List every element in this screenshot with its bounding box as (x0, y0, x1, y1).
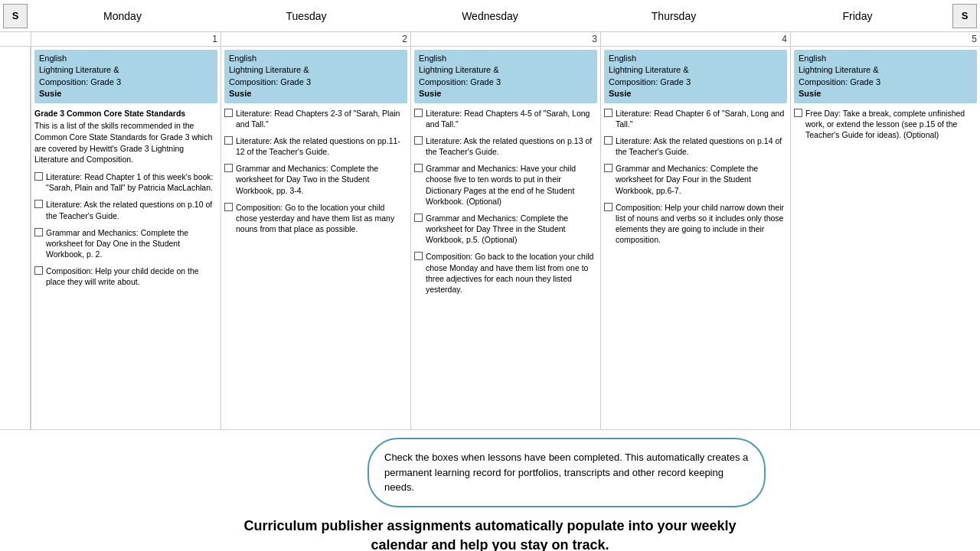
task-checkbox-thu-3[interactable] (604, 164, 612, 172)
task-checkbox-mon-1[interactable] (34, 172, 43, 181)
list-item: Literature: Read Chapter 1 of this week'… (34, 171, 217, 193)
list-item: Composition: Help your child narrow down… (604, 202, 787, 246)
corner-right-button[interactable]: S (952, 4, 977, 28)
wednesday-column: English Lightning Literature & Compositi… (410, 47, 600, 429)
task-checkbox-thu-1[interactable] (604, 109, 612, 117)
tooltip-text: Check the boxes when lessons have been c… (384, 452, 748, 493)
friday-task-list: Free Day: Take a break, complete unfinis… (794, 108, 977, 141)
bottom-tagline: Curriculum publisher assignments automat… (0, 507, 980, 552)
wednesday-header: Wednesday (398, 10, 582, 22)
day-number-2: 2 (220, 32, 410, 46)
list-item: Grammar and Mechanics: Complete the work… (224, 163, 407, 196)
task-text-wed-4: Grammar and Mechanics: Complete the work… (426, 213, 597, 246)
list-item: Free Day: Take a break, complete unfinis… (794, 108, 977, 141)
monday-info-block: Grade 3 Common Core State Standards This… (34, 108, 217, 165)
thursday-column: English Lightning Literature & Compositi… (600, 47, 790, 429)
task-checkbox-mon-4[interactable] (34, 266, 43, 275)
friday-column: English Lightning Literature & Compositi… (790, 47, 980, 429)
tuesday-column: English Lightning Literature & Compositi… (220, 47, 410, 429)
list-item: Grammar and Mechanics: Have your child c… (414, 163, 597, 207)
monday-task-list: Literature: Read Chapter 1 of this week'… (34, 171, 217, 288)
task-checkbox-fri-1[interactable] (794, 109, 802, 117)
task-checkbox-thu-4[interactable] (604, 203, 612, 211)
task-text-thu-4: Composition: Help your child narrow down… (616, 202, 787, 246)
day-number-3: 3 (410, 32, 600, 46)
task-text-tue-3: Grammar and Mechanics: Complete the work… (236, 163, 407, 196)
task-text-mon-4: Composition: Help your child decide on t… (46, 266, 217, 287)
task-text-wed-2: Literature: Ask the related questions on… (426, 135, 597, 157)
task-text-thu-3: Grammar and Mechanics: Complete the work… (616, 163, 787, 196)
list-item: Grammar and Mechanics: Complete the work… (414, 213, 597, 246)
list-item: Literature: Ask the related questions on… (34, 199, 217, 220)
task-text-mon-2: Literature: Ask the related questions on… (46, 199, 217, 220)
monday-info-title: Grade 3 Common Core State Standards (34, 108, 217, 119)
monday-course-header: English Lightning Literature & Compositi… (34, 50, 217, 103)
monday-column: English Lightning Literature & Compositi… (31, 47, 220, 429)
task-checkbox-wed-4[interactable] (414, 214, 423, 222)
task-checkbox-tue-1[interactable] (224, 109, 233, 117)
task-checkbox-mon-2[interactable] (34, 200, 43, 208)
day-number-1: 1 (31, 32, 220, 46)
list-item: Composition: Go to the location your chi… (224, 202, 407, 235)
thursday-course-header: English Lightning Literature & Compositi… (604, 50, 787, 103)
task-text-wed-3: Grammar and Mechanics: Have your child c… (426, 163, 597, 207)
list-item: Literature: Ask the related questions on… (414, 135, 597, 157)
monday-student: Susie (39, 88, 213, 99)
wednesday-course-header: English Lightning Literature & Compositi… (414, 50, 597, 103)
calendar-grid: English Lightning Literature & Compositi… (0, 47, 980, 430)
task-checkbox-wed-2[interactable] (414, 136, 423, 145)
corner-left-button[interactable]: S (3, 4, 28, 28)
task-text-thu-1: Literature: Read Chapter 6 of "Sarah, Lo… (616, 108, 787, 129)
task-checkbox-wed-1[interactable] (414, 109, 423, 117)
tuesday-course-header: English Lightning Literature & Compositi… (224, 50, 407, 103)
friday-header: Friday (766, 10, 949, 22)
list-item: Composition: Help your child decide on t… (34, 266, 217, 287)
friday-course-header: English Lightning Literature & Compositi… (794, 50, 977, 103)
monday-header: Monday (31, 10, 214, 22)
task-checkbox-tue-2[interactable] (224, 136, 233, 145)
task-text-tue-1: Literature: Read Chapters 2-3 of "Sarah,… (236, 108, 407, 129)
course-title: English (229, 53, 403, 64)
list-item: Literature: Read Chapters 2-3 of "Sarah,… (224, 108, 407, 129)
header-row: S Monday Tuesday Wednesday Thursday Frid… (0, 0, 980, 32)
tuesday-task-list: Literature: Read Chapters 2-3 of "Sarah,… (224, 108, 407, 235)
task-checkbox-wed-5[interactable] (414, 252, 423, 260)
day-number-row: 1 2 3 4 5 (0, 32, 980, 47)
monday-info-body: This is a list of the skills recommended… (34, 120, 217, 165)
task-text-fri-1: Free Day: Take a break, complete unfinis… (805, 108, 977, 141)
list-item: Literature: Ask the related questions on… (224, 135, 407, 157)
day-number-4: 4 (600, 32, 790, 46)
list-item: Grammar and Mechanics: Complete the work… (604, 163, 787, 196)
list-item: Composition: Go back to the location you… (414, 251, 597, 295)
task-text-mon-1: Literature: Read Chapter 1 of this week'… (46, 171, 217, 193)
task-checkbox-mon-3[interactable] (34, 228, 43, 236)
day-number-5: 5 (790, 32, 980, 46)
task-checkbox-thu-2[interactable] (604, 136, 612, 145)
task-text-wed-5: Composition: Go back to the location you… (426, 251, 597, 295)
thursday-header: Thursday (582, 10, 766, 22)
task-text-tue-2: Literature: Ask the related questions on… (236, 135, 407, 157)
bottom-section: Check the boxes when lessons have been c… (0, 438, 980, 551)
wednesday-task-list: Literature: Read Chapters 4-5 of "Sarah,… (414, 108, 597, 295)
tooltip-bubble: Check the boxes when lessons have been c… (368, 438, 766, 507)
task-checkbox-wed-3[interactable] (414, 164, 423, 172)
task-text-wed-1: Literature: Read Chapters 4-5 of "Sarah,… (426, 108, 597, 129)
list-item: Literature: Read Chapter 6 of "Sarah, Lo… (604, 108, 787, 129)
course-title-line2: Lightning Literature & (39, 64, 213, 76)
thursday-task-list: Literature: Read Chapter 6 of "Sarah, Lo… (604, 108, 787, 246)
tuesday-header: Tuesday (214, 10, 398, 22)
task-text-thu-2: Literature: Ask the related questions on… (616, 135, 787, 157)
list-item: Grammar and Mechanics: Complete the work… (34, 227, 217, 260)
list-item: Literature: Ask the related questions on… (604, 135, 787, 157)
course-title-line3: Composition: Grade 3 (39, 77, 213, 88)
course-title-line1: English (39, 53, 213, 64)
task-checkbox-tue-4[interactable] (224, 203, 233, 211)
task-checkbox-tue-3[interactable] (224, 164, 233, 172)
task-text-tue-4: Composition: Go to the location your chi… (236, 202, 407, 235)
list-item: Literature: Read Chapters 4-5 of "Sarah,… (414, 108, 597, 129)
task-text-mon-3: Grammar and Mechanics: Complete the work… (46, 227, 217, 260)
